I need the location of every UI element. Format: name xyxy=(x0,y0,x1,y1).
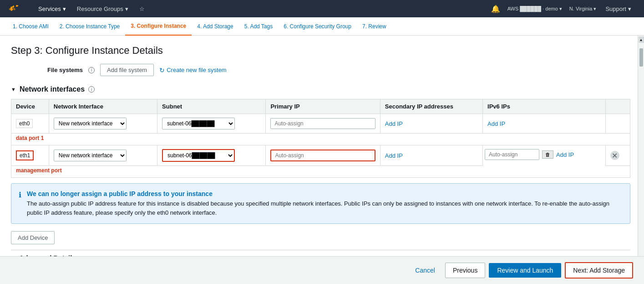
eth0-network-interface-select[interactable]: New network interface xyxy=(54,118,127,129)
top-nav: aws Services ▾ Resource Groups ▾ ☆ 🔔 AWS… xyxy=(0,0,644,17)
col-ipv6-ips: IPv6 IPs xyxy=(483,99,606,114)
col-subnet: Subnet xyxy=(157,99,266,114)
file-systems-row: File systems i Add file system ↻ Create … xyxy=(11,64,630,76)
eth1-ipv6-add-ip-link[interactable]: Add IP xyxy=(556,151,574,158)
section-info-icon[interactable]: i xyxy=(88,86,95,93)
chevron-down-icon: ▾ xyxy=(63,5,66,12)
eth0-action-cell xyxy=(605,114,630,134)
next-add-storage-button[interactable]: Next: Add Storage xyxy=(565,262,633,274)
add-device-button[interactable]: Add Device xyxy=(11,231,55,244)
eth0-annotation-label: data port 1 xyxy=(16,135,44,141)
eth1-network-interface-select[interactable]: New network interface xyxy=(54,150,127,161)
eth0-ipv6-cell: Add IP xyxy=(483,114,606,134)
eth0-annotation-row: data port 1 xyxy=(11,134,630,145)
eth1-network-interface-cell: New network interface xyxy=(49,145,157,166)
col-actions xyxy=(605,99,630,114)
col-device: Device xyxy=(11,99,49,114)
eth0-network-interface-cell: New network interface xyxy=(49,114,157,134)
scroll-up[interactable]: ▲ xyxy=(639,36,644,43)
table-header-row: Device Network Interface Subnet Primary … xyxy=(11,99,630,114)
main-content: ▲ ▼ Step 3: Configure Instance Details F… xyxy=(0,36,644,274)
nav-services-label: Services xyxy=(38,5,61,12)
nav-account-info[interactable]: AWS ██████ · demo ▾ xyxy=(504,0,566,17)
eth1-ipv6-input[interactable] xyxy=(485,149,539,160)
eth1-subnet-select[interactable]: subnet-06██████ xyxy=(162,149,235,162)
wizard-step-1[interactable]: 1. Choose AMI xyxy=(7,17,54,36)
table-row: eth0 New network interface subnet-06████… xyxy=(11,114,630,134)
chevron-down-icon: ▾ xyxy=(628,5,631,12)
col-secondary-ip: Secondary IP addresses xyxy=(380,99,482,114)
eth1-annotation-label: management port xyxy=(16,167,62,174)
section-title: Network interfaces xyxy=(20,85,85,93)
scroll-track xyxy=(639,44,643,266)
add-file-system-button[interactable]: Add file system xyxy=(100,64,154,76)
eth1-ipv6-delete-icon[interactable]: 🗑 xyxy=(542,150,553,159)
eth0-primary-ip-cell xyxy=(266,114,380,134)
bell-icon[interactable]: 🔔 xyxy=(487,5,504,13)
refresh-icon: ↻ xyxy=(159,67,165,74)
eth0-device-cell: eth0 xyxy=(11,114,49,134)
wizard-step-5[interactable]: 5. Add Tags xyxy=(239,17,279,36)
eth1-delete-button[interactable]: ✕ xyxy=(610,151,619,160)
eth0-subnet-select[interactable]: subnet-06██████ xyxy=(162,118,235,129)
eth0-secondary-ip-cell: Add IP xyxy=(380,114,482,134)
wizard-steps: 1. Choose AMI 2. Choose Instance Type 3.… xyxy=(0,17,644,36)
eth1-secondary-ip-cell: Add IP xyxy=(380,145,482,166)
network-interfaces-table: Device Network Interface Subnet Primary … xyxy=(11,99,630,178)
eth1-annotation-cell: management port xyxy=(11,166,630,178)
wizard-step-4[interactable]: 4. Add Storage xyxy=(192,17,238,36)
wizard-step-6[interactable]: 6. Configure Security Group xyxy=(278,17,357,36)
eth1-action-cell: ✕ xyxy=(605,145,630,166)
eth1-badge: eth1 xyxy=(16,150,34,160)
eth1-device-cell: eth1 xyxy=(11,145,49,166)
nav-support-label: Support xyxy=(605,5,626,12)
table-row: eth1 New network interface subnet-06████… xyxy=(11,145,630,166)
file-systems-info-icon[interactable]: i xyxy=(88,67,95,73)
bookmark-icon: ☆ xyxy=(139,5,145,12)
nav-bookmark[interactable]: ☆ xyxy=(134,0,150,17)
section-header: ▼ Network interfaces i xyxy=(11,85,630,93)
create-file-system-link[interactable]: ↻ Create new file system xyxy=(159,67,227,74)
scrollbar[interactable]: ▲ ▼ xyxy=(638,36,644,274)
section-toggle-icon[interactable]: ▼ xyxy=(11,87,16,92)
svg-text:aws: aws xyxy=(9,7,15,11)
nav-services[interactable]: Services ▾ xyxy=(33,0,71,17)
eth0-subnet-cell: subnet-06██████ xyxy=(157,114,266,134)
eth0-badge: eth0 xyxy=(16,119,33,128)
cancel-button[interactable]: Cancel xyxy=(409,263,441,274)
eth0-ipv6-add-ip-link[interactable]: Add IP xyxy=(487,120,505,127)
file-systems-label: File systems xyxy=(47,67,83,73)
wizard-step-2[interactable]: 2. Choose Instance Type xyxy=(54,17,126,36)
previous-button[interactable]: Previous xyxy=(445,263,485,274)
wizard-step-7[interactable]: 7. Review xyxy=(357,17,392,36)
eth1-annotation-row: management port xyxy=(11,166,630,178)
eth1-primary-ip-cell xyxy=(266,145,380,166)
aws-logo[interactable]: aws xyxy=(7,3,25,14)
scroll-thumb[interactable] xyxy=(639,48,643,67)
nav-support[interactable]: Support ▾ xyxy=(600,0,637,17)
wizard-step-3[interactable]: 3. Configure Instance xyxy=(125,17,192,36)
region-label: N. Virginia ▾ xyxy=(569,6,597,12)
info-box-title: We can no longer assign a public IP addr… xyxy=(27,190,623,197)
info-box: ℹ We can no longer assign a public IP ad… xyxy=(11,183,630,224)
footer: Cancel Previous Review and Launch Next: … xyxy=(0,256,644,274)
account-label: AWS ██████ · demo ▾ xyxy=(507,6,562,12)
network-interfaces-section: ▼ Network interfaces i Device Network In… xyxy=(11,85,630,250)
eth1-ipv6-cell: 🗑 Add IP xyxy=(483,145,605,164)
eth0-add-ip-link[interactable]: Add IP xyxy=(385,120,403,127)
info-box-content: We can no longer assign a public IP addr… xyxy=(27,190,623,217)
nav-resource-groups-label: Resource Groups xyxy=(77,5,123,12)
nav-resource-groups[interactable]: Resource Groups ▾ xyxy=(71,0,134,17)
col-network-interface: Network Interface xyxy=(49,99,157,114)
col-primary-ip: Primary IP xyxy=(266,99,380,114)
eth1-subnet-cell: subnet-06██████ xyxy=(157,145,266,166)
page-title: Step 3: Configure Instance Details xyxy=(11,45,630,57)
review-and-launch-button[interactable]: Review and Launch xyxy=(489,263,561,274)
info-box-icon: ℹ xyxy=(19,191,21,199)
eth1-primary-ip-input[interactable] xyxy=(270,150,375,161)
eth0-primary-ip-input[interactable] xyxy=(270,118,375,129)
info-box-text: The auto-assign public IP address featur… xyxy=(27,199,623,217)
eth1-add-ip-link[interactable]: Add IP xyxy=(385,152,403,159)
chevron-down-icon: ▾ xyxy=(125,5,128,12)
nav-region[interactable]: N. Virginia ▾ xyxy=(566,0,600,17)
